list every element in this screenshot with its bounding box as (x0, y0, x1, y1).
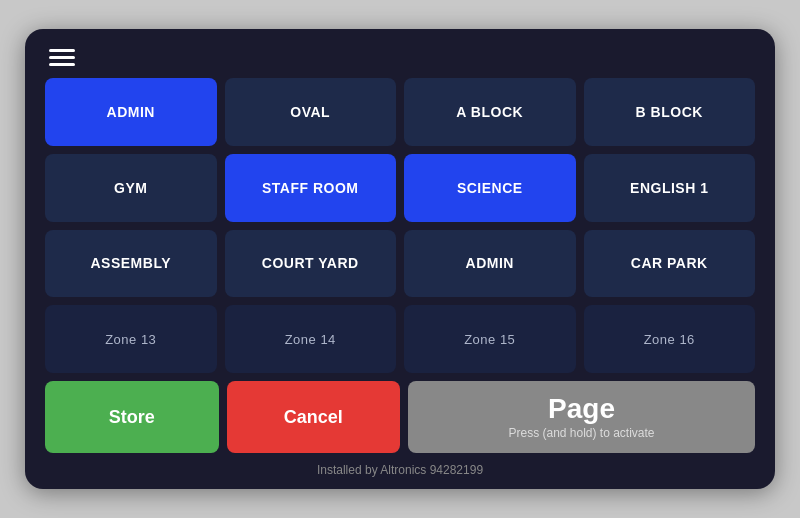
store-button[interactable]: Store (45, 381, 219, 453)
btn-admin-2[interactable]: ADMIN (404, 230, 576, 298)
btn-zone-15[interactable]: Zone 15 (404, 305, 576, 373)
btn-a-block[interactable]: A BLOCK (404, 78, 576, 146)
btn-car-park[interactable]: CAR PARK (584, 230, 756, 298)
btn-gym[interactable]: GYM (45, 154, 217, 222)
menu-icon[interactable] (45, 47, 79, 68)
btn-court-yard[interactable]: COURT YARD (225, 230, 397, 298)
btn-staff-room[interactable]: STAFF ROOM (225, 154, 397, 222)
page-button[interactable]: Page Press (and hold) to activate (408, 381, 755, 453)
header (45, 47, 755, 68)
main-device: ADMIN OVAL A BLOCK B BLOCK GYM STAFF ROO… (25, 29, 775, 489)
footer: Installed by Altronics 94282199 (45, 461, 755, 477)
btn-oval[interactable]: OVAL (225, 78, 397, 146)
btn-zone-13[interactable]: Zone 13 (45, 305, 217, 373)
btn-zone-14[interactable]: Zone 14 (225, 305, 397, 373)
btn-assembly[interactable]: ASSEMBLY (45, 230, 217, 298)
btn-admin[interactable]: ADMIN (45, 78, 217, 146)
footer-text: Installed by Altronics 94282199 (317, 463, 483, 477)
btn-english-1[interactable]: ENGLISH 1 (584, 154, 756, 222)
btn-zone-16[interactable]: Zone 16 (584, 305, 756, 373)
btn-science[interactable]: SCIENCE (404, 154, 576, 222)
btn-b-block[interactable]: B BLOCK (584, 78, 756, 146)
zone-grid: ADMIN OVAL A BLOCK B BLOCK GYM STAFF ROO… (45, 78, 755, 373)
page-label: Page (548, 394, 615, 425)
page-sublabel: Press (and hold) to activate (508, 426, 654, 440)
cancel-button[interactable]: Cancel (227, 381, 401, 453)
bottom-bar: Store Cancel Page Press (and hold) to ac… (45, 381, 755, 453)
